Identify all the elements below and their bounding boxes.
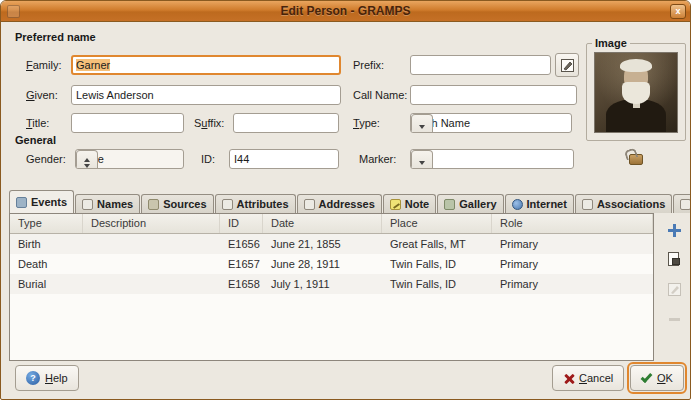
tab-names[interactable]: Names — [75, 194, 140, 213]
help-button[interactable]: ? Help — [15, 365, 79, 391]
general-section-title: General — [15, 134, 56, 146]
close-button[interactable]: x — [670, 4, 686, 19]
cell-role: Primary — [492, 238, 653, 250]
tab-sources[interactable]: Sources — [141, 194, 213, 213]
tab-label: Internet — [527, 198, 567, 210]
cell-role: Primary — [492, 258, 653, 270]
tab-attributes[interactable]: Attributes — [215, 194, 296, 213]
sources-icon — [148, 199, 159, 210]
tab-internet[interactable]: Internet — [505, 194, 574, 213]
share-document-icon — [666, 251, 682, 267]
tab-note[interactable]: Note — [383, 194, 436, 213]
associations-icon — [582, 199, 593, 210]
title-input[interactable] — [71, 113, 184, 133]
lds-icon — [680, 199, 691, 210]
tab-gallery[interactable]: Gallery — [437, 194, 503, 213]
chevron-down-icon — [411, 150, 433, 169]
title-label: Title: — [26, 117, 49, 129]
share-event-button[interactable] — [663, 248, 685, 270]
tab-label: Gallery — [459, 198, 496, 210]
edit-event-button-disabled[interactable] — [663, 278, 685, 300]
cell-role: Primary — [492, 278, 653, 290]
id-label: ID: — [201, 153, 215, 165]
names-icon — [82, 199, 93, 210]
close-icon: x — [675, 7, 680, 16]
cell-type: Burial — [10, 278, 83, 290]
gender-label: Gender: — [26, 153, 66, 165]
gallery-icon — [444, 199, 455, 210]
name-type-dropdown[interactable]: Birth Name — [410, 113, 572, 133]
id-input[interactable]: I44 — [229, 149, 339, 169]
column-header-place[interactable]: Place — [382, 214, 492, 233]
cell-type: Death — [10, 258, 83, 270]
portrait-hair — [620, 59, 651, 72]
edit-pencil-icon — [667, 282, 682, 297]
suffix-input[interactable] — [233, 113, 339, 133]
prefix-input[interactable] — [410, 55, 551, 75]
ok-button[interactable]: OK — [630, 365, 684, 391]
marker-label: Marker: — [359, 153, 396, 165]
suffix-label: Suffix: — [194, 117, 224, 129]
ok-button-label: OK — [657, 372, 673, 384]
column-header-type[interactable]: Type — [10, 214, 83, 233]
events-table: Type Description ID Date Place Role Birt… — [9, 213, 654, 361]
events-icon — [16, 197, 27, 208]
add-event-button[interactable] — [663, 219, 685, 241]
tab-label: Associations — [597, 198, 665, 210]
family-label: Family: — [26, 59, 61, 71]
note-icon — [390, 199, 401, 210]
edit-name-button[interactable] — [555, 53, 579, 77]
column-header-date[interactable]: Date — [263, 214, 382, 233]
given-input[interactable]: Lewis Anderson — [71, 85, 341, 105]
cell-place: Twin Falls, ID — [382, 278, 492, 290]
table-row-burial[interactable]: Burial E1658 July 1, 1911 Twin Falls, ID… — [10, 274, 653, 294]
edit-person-dialog: Edit Person - GRAMPS x Preferred name Fa… — [0, 0, 691, 400]
tab-lds[interactable]: LDS — [673, 194, 691, 213]
person-portrait-photo[interactable] — [594, 52, 678, 133]
family-value: Garner — [76, 59, 110, 71]
tab-addresses[interactable]: Addresses — [297, 194, 382, 213]
cell-date: June 28, 1911 — [263, 258, 382, 270]
gender-combobox[interactable]: male — [75, 149, 184, 169]
ok-check-icon — [641, 370, 653, 382]
tab-label: Attributes — [237, 198, 289, 210]
column-header-id[interactable]: ID — [220, 214, 263, 233]
tab-label: Addresses — [319, 198, 375, 210]
cell-place: Twin Falls, ID — [382, 258, 492, 270]
titlebar[interactable]: Edit Person - GRAMPS x — [1, 1, 690, 22]
call-name-input[interactable] — [410, 85, 577, 105]
events-table-header: Type Description ID Date Place Role — [10, 214, 653, 234]
help-button-label: Help — [45, 372, 68, 384]
tab-associations[interactable]: Associations — [575, 194, 672, 213]
remove-event-button-disabled[interactable] — [663, 308, 685, 330]
image-frame: Image — [586, 43, 686, 141]
cell-date: July 1, 1911 — [263, 278, 382, 290]
call-name-label: Call Name: — [353, 89, 407, 101]
addresses-icon — [304, 199, 315, 210]
tab-label: Sources — [163, 198, 206, 210]
name-type-label: Type: — [353, 117, 380, 129]
cell-id: E1656 — [220, 238, 263, 250]
column-header-role[interactable]: Role — [492, 214, 653, 233]
plus-icon — [668, 224, 681, 237]
family-input[interactable]: Garner — [71, 55, 341, 75]
minus-icon — [669, 318, 680, 321]
tab-label: Names — [97, 198, 133, 210]
cell-id: E1658 — [220, 278, 263, 290]
marker-dropdown[interactable] — [410, 149, 574, 169]
column-header-description[interactable]: Description — [83, 214, 220, 233]
privacy-lock-icon[interactable] — [629, 154, 643, 165]
notebook-tabs: Events Names Sources Attributes Addresse… — [9, 190, 685, 213]
table-row-birth[interactable]: Birth E1656 June 21, 1855 Great Falls, M… — [10, 234, 653, 254]
window-title: Edit Person - GRAMPS — [1, 4, 690, 18]
preferred-name-section-title: Preferred name — [15, 31, 96, 43]
help-question-icon: ? — [26, 371, 40, 385]
cancel-button[interactable]: Cancel — [552, 365, 624, 391]
image-frame-title: Image — [592, 37, 630, 49]
marker-value — [411, 150, 573, 168]
ok-button-focus-ring: OK — [627, 362, 687, 394]
name-type-value: Birth Name — [411, 114, 571, 132]
table-row-death[interactable]: Death E1657 June 28, 1911 Twin Falls, ID… — [10, 254, 653, 274]
tab-events[interactable]: Events — [9, 190, 74, 213]
prefix-label: Prefix: — [353, 59, 384, 71]
